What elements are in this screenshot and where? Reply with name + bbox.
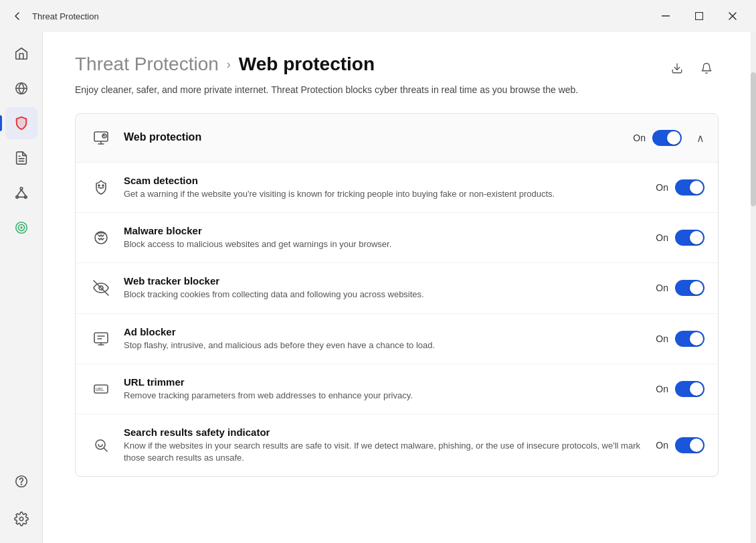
header-actions bbox=[665, 56, 719, 80]
ad-blocker-item: Ad blocker Stop flashy, intrusive, and m… bbox=[76, 314, 718, 364]
url-trimmer-status: On bbox=[656, 384, 668, 394]
web-protection-status: On bbox=[633, 133, 646, 143]
page-subtitle: Enjoy cleaner, safer, and more private i… bbox=[75, 83, 677, 97]
malware-blocker-desc: Block access to malicious websites and g… bbox=[124, 238, 656, 250]
web-protection-control: On ∧ bbox=[633, 130, 704, 146]
sidebar-item-settings[interactable] bbox=[5, 503, 37, 535]
minimize-button[interactable] bbox=[650, 5, 681, 27]
url-trimmer-toggle[interactable] bbox=[675, 381, 704, 397]
svg-point-25 bbox=[102, 185, 104, 186]
web-protection-chevron[interactable]: ∧ bbox=[696, 132, 704, 145]
breadcrumb: Threat Protection › Web protection bbox=[75, 54, 375, 75]
title-bar-text: Threat Protection bbox=[32, 11, 650, 21]
header-top: Threat Protection › Web protection bbox=[75, 54, 719, 83]
breadcrumb-arrow: › bbox=[227, 58, 231, 72]
url-trimmer-icon: URL bbox=[89, 377, 113, 401]
search-safety-desc: Know if the websites in your search resu… bbox=[124, 440, 656, 464]
sidebar bbox=[0, 32, 43, 543]
svg-point-15 bbox=[21, 227, 22, 228]
svg-point-36 bbox=[96, 440, 105, 449]
search-safety-status: On bbox=[656, 440, 668, 451]
tracker-blocker-title: Web tracker blocker bbox=[124, 275, 656, 287]
web-protection-toggle-knob bbox=[667, 131, 680, 145]
web-protection-header-item: Web protection On ∧ bbox=[76, 114, 718, 163]
ad-blocker-title: Ad blocker bbox=[124, 326, 656, 337]
breadcrumb-current: Web protection bbox=[239, 54, 375, 75]
sidebar-item-shield[interactable] bbox=[5, 107, 37, 139]
scam-detection-item: Scam detection Get a warning if the webs… bbox=[76, 163, 718, 213]
svg-line-37 bbox=[104, 449, 108, 452]
malware-blocker-item: Malware blocker Block access to maliciou… bbox=[76, 213, 718, 263]
close-button[interactable] bbox=[717, 5, 748, 27]
back-button[interactable] bbox=[8, 7, 27, 25]
svg-text:URL: URL bbox=[96, 387, 104, 392]
scam-detection-icon bbox=[89, 175, 113, 200]
ad-blocker-icon bbox=[89, 327, 113, 351]
ad-blocker-desc: Stop flashy, intrusive, and malicious ad… bbox=[124, 339, 656, 352]
app-body: Threat Protection › Web protection Enjoy… bbox=[0, 32, 756, 543]
ad-blocker-toggle[interactable] bbox=[675, 331, 704, 347]
malware-blocker-title: Malware blocker bbox=[124, 225, 656, 236]
web-protection-text: Web protection bbox=[124, 131, 633, 145]
search-safety-title: Search results safety indicator bbox=[124, 426, 656, 438]
scrollbar-track[interactable] bbox=[751, 32, 756, 543]
tracker-blocker-status: On bbox=[656, 283, 668, 293]
sidebar-item-target[interactable] bbox=[5, 212, 37, 244]
svg-point-24 bbox=[98, 185, 100, 186]
main-content: Threat Protection › Web protection Enjoy… bbox=[43, 32, 751, 543]
window-controls bbox=[650, 5, 748, 27]
svg-rect-29 bbox=[94, 333, 108, 343]
malware-blocker-toggle[interactable] bbox=[675, 230, 704, 246]
ad-blocker-status: On bbox=[656, 333, 668, 344]
sidebar-item-globe[interactable] bbox=[5, 72, 37, 104]
tracker-blocker-toggle[interactable] bbox=[675, 280, 704, 296]
scrollbar-thumb[interactable] bbox=[751, 72, 756, 206]
svg-rect-0 bbox=[662, 15, 670, 17]
svg-line-11 bbox=[21, 189, 25, 196]
scam-detection-desc: Get a warning if the website you're visi… bbox=[124, 188, 656, 200]
malware-blocker-icon bbox=[89, 226, 113, 250]
content-header: Threat Protection › Web protection Enjoy… bbox=[43, 32, 751, 113]
svg-point-17 bbox=[21, 484, 21, 485]
svg-point-18 bbox=[19, 517, 23, 521]
sidebar-bottom bbox=[5, 465, 37, 538]
svg-line-10 bbox=[17, 189, 21, 196]
scam-detection-title: Scam detection bbox=[124, 175, 656, 186]
sidebar-item-home[interactable] bbox=[5, 37, 37, 70]
download-button[interactable] bbox=[665, 56, 689, 80]
title-bar: Threat Protection bbox=[0, 0, 756, 32]
scam-detection-status: On bbox=[656, 182, 668, 193]
tracker-blocker-desc: Block tracking cookies from collecting d… bbox=[124, 289, 656, 301]
tracker-blocker-item: Web tracker blocker Block tracking cooki… bbox=[76, 263, 718, 313]
search-safety-item: Search results safety indicator Know if … bbox=[76, 414, 718, 476]
sidebar-item-file[interactable] bbox=[5, 142, 37, 174]
search-safety-icon bbox=[89, 433, 113, 457]
url-trimmer-desc: Remove tracking parameters from web addr… bbox=[124, 390, 656, 402]
breadcrumb-parent: Threat Protection bbox=[75, 54, 219, 75]
svg-rect-1 bbox=[696, 13, 703, 20]
url-trimmer-item: URL URL trimmer Remove tracking paramete… bbox=[76, 364, 718, 414]
sidebar-item-network[interactable] bbox=[5, 177, 37, 209]
bell-button[interactable] bbox=[694, 56, 719, 80]
settings-card: Web protection On ∧ bbox=[75, 113, 719, 477]
malware-blocker-status: On bbox=[656, 232, 668, 243]
settings-container: Web protection On ∧ bbox=[43, 113, 751, 498]
maximize-button[interactable] bbox=[684, 5, 715, 27]
web-protection-icon bbox=[89, 126, 113, 150]
search-safety-toggle[interactable] bbox=[675, 437, 704, 453]
sidebar-item-help[interactable] bbox=[5, 465, 37, 497]
web-protection-toggle[interactable] bbox=[652, 130, 682, 146]
tracker-blocker-icon bbox=[89, 276, 113, 300]
url-trimmer-title: URL trimmer bbox=[124, 376, 656, 388]
web-protection-main: Web protection bbox=[89, 126, 633, 150]
web-protection-title: Web protection bbox=[124, 131, 633, 143]
scam-detection-toggle[interactable] bbox=[675, 179, 704, 196]
